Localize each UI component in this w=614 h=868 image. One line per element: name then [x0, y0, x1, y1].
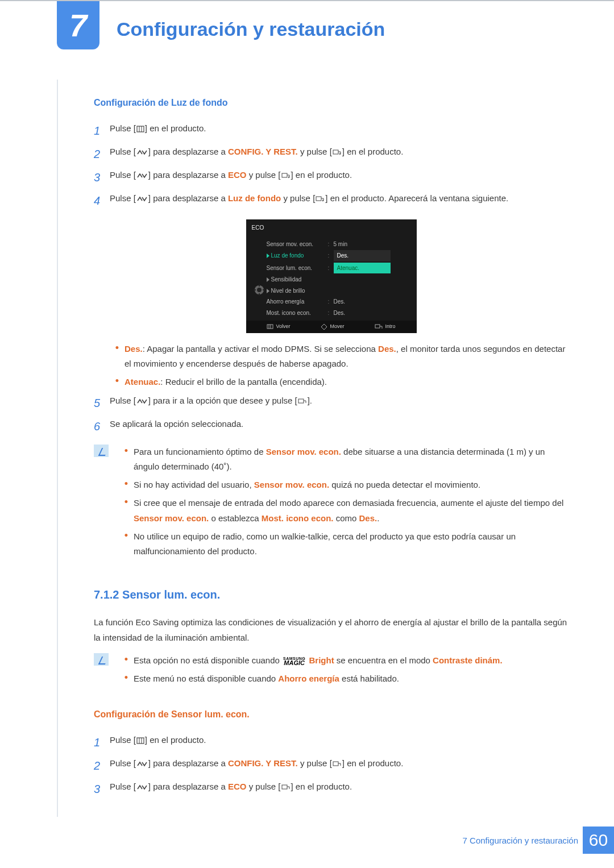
- bullet-item: •Si cree que el mensaje de entrada del m…: [119, 496, 569, 526]
- enter-icon: [281, 784, 291, 791]
- section-712-para: La función Eco Saving optimiza las condi…: [94, 615, 569, 645]
- step-3: 3 Pulse [] para desplazarse a ECO y puls…: [94, 168, 569, 188]
- step-text: Pulse [] para ir a la opción que desee y…: [110, 393, 569, 413]
- osd-label: Ahorro energía: [267, 297, 328, 307]
- bullet-icon: •: [119, 653, 134, 668]
- bullet-icon: •: [110, 375, 125, 389]
- t: Mover: [330, 322, 344, 331]
- osd-foot-move: Mover: [321, 322, 344, 331]
- note-block-1: •Para un funcionamiento óptimo de Sensor…: [94, 445, 569, 563]
- hl: Contraste dinám.: [433, 655, 503, 665]
- note-items: •Esta opción no está disponible cuando S…: [119, 653, 569, 690]
- t: y pulse [: [298, 147, 332, 156]
- t: y pulse [: [246, 170, 280, 180]
- t: ].: [308, 396, 312, 405]
- t: Volver: [276, 322, 290, 331]
- osd-label: Sensor mov. econ.: [267, 239, 328, 250]
- osd-row: Sensibilidad: [267, 274, 411, 285]
- steps-sensor: 1 Pulse [] en el producto. 2 Pulse [] pa…: [94, 733, 569, 799]
- updown-icon: [136, 149, 148, 156]
- t: ] para desplazarse a: [148, 758, 228, 768]
- enter-icon: [281, 172, 291, 179]
- t: ] en el producto.: [145, 735, 206, 745]
- osd-highlight: Atenuac.: [334, 263, 391, 274]
- updown-icon: [136, 172, 148, 179]
- triangle-icon: [267, 254, 269, 258]
- osd-label: Luz de fondo: [267, 251, 328, 261]
- t: Pulse [: [110, 170, 136, 180]
- hl: Des.: [378, 344, 396, 354]
- t: Para un funcionamiento óptimo de: [134, 447, 266, 456]
- footer-chapter-ref: 7 Configuración y restauración: [463, 836, 578, 845]
- bullet-text: Este menú no está disponible cuando Ahor…: [134, 671, 569, 686]
- t: : Reducir el brillo de la pantalla (ence…: [160, 377, 327, 387]
- note-icon: [94, 653, 109, 666]
- step-2: 2 Pulse [] para desplazarse a CONFIG. Y …: [94, 144, 569, 164]
- bullet-item: •Para un funcionamiento óptimo de Sensor…: [119, 445, 569, 475]
- osd-val: Des.: [334, 250, 411, 261]
- bullet-text: Esta opción no está disponible cuando SA…: [134, 653, 569, 668]
- t: ] para desplazarse a: [148, 170, 228, 180]
- t: Nivel de brillo: [271, 288, 305, 294]
- menu-icon: [267, 324, 273, 329]
- t: ] en el producto. Aparecerá la ventana s…: [325, 193, 508, 203]
- hl: Bright: [309, 655, 334, 665]
- t: Intro: [385, 322, 395, 331]
- step-text: Pulse [] en el producto.: [110, 733, 569, 753]
- hl: Luz de fondo: [228, 193, 281, 203]
- step-number: 3: [94, 168, 110, 188]
- t: ] para desplazarse a: [148, 782, 228, 791]
- hl: CONFIG. Y REST.: [228, 758, 298, 768]
- osd-row: Nivel de brillo: [267, 285, 411, 297]
- t: ] en el producto.: [145, 123, 206, 133]
- svg-rect-5: [316, 197, 321, 201]
- t: ] para desplazarse a: [148, 147, 228, 156]
- bullet-icon: •: [119, 529, 134, 559]
- bullet-icon: •: [119, 496, 134, 526]
- t: .: [377, 513, 379, 523]
- gear-icon: [252, 239, 267, 319]
- hl: ECO: [228, 170, 247, 180]
- step-number: 4: [94, 191, 110, 211]
- osd-label: Sensor lum. econ.: [267, 263, 328, 273]
- hl: CONFIG. Y REST.: [228, 147, 298, 156]
- t: Sensibilidad: [271, 276, 302, 283]
- hl: Sensor mov. econ.: [266, 447, 341, 456]
- enter-icon: [375, 324, 383, 330]
- step-number: 5: [94, 393, 110, 413]
- step-6: 6 Se aplicará la opción seleccionada.: [94, 417, 569, 437]
- osd-label: Most. icono econ.: [267, 308, 328, 318]
- step-number: 1: [94, 733, 110, 753]
- t: o establezca: [209, 513, 262, 523]
- bullet-text: Si no hay actividad del usuario, Sensor …: [134, 477, 569, 492]
- step-1: 1 Pulse [] en el producto.: [94, 121, 569, 141]
- bullet-text: Si cree que el mensaje de entrada del mo…: [134, 496, 569, 526]
- t: y pulse [: [281, 193, 315, 203]
- t: y pulse [: [298, 758, 332, 768]
- step-number: 6: [94, 417, 110, 437]
- page-number: 60: [583, 827, 614, 854]
- updown-icon: [136, 398, 148, 405]
- osd-footer: Volver Mover Intro: [246, 321, 417, 333]
- bullet-text: No utilice un equipo de radio, como un w…: [134, 529, 569, 559]
- t: ] en el producto.: [291, 782, 352, 791]
- osd-title: ECO: [246, 223, 417, 235]
- step-text: Pulse [] para desplazarse a CONFIG. Y RE…: [110, 756, 569, 776]
- t: está habilitado.: [339, 674, 399, 683]
- t: Pulse [: [110, 123, 136, 133]
- svg-rect-3: [333, 150, 338, 154]
- step-text: Pulse [] para desplazarse a Luz de fondo…: [110, 191, 569, 211]
- enter-icon: [333, 149, 342, 156]
- menu-icon: [136, 126, 144, 132]
- t: Pulse [: [110, 193, 136, 203]
- hl: Sensor mov. econ.: [134, 513, 209, 523]
- step-3: 3 Pulse [] para desplazarse a ECO y puls…: [94, 779, 569, 799]
- osd-row: Sensor mov. econ.:5 min: [267, 239, 411, 250]
- t: Si no hay actividad del usuario,: [134, 480, 254, 489]
- hl: Des.: [125, 344, 143, 354]
- bullet-item: •Este menú no está disponible cuando Aho…: [119, 671, 569, 686]
- t: : Apagar la pantalla y activar el modo D…: [143, 344, 378, 354]
- t: MAGIC: [284, 659, 305, 666]
- menu-icon: [136, 737, 144, 744]
- osd-row: Ahorro energía:Des.: [267, 296, 411, 308]
